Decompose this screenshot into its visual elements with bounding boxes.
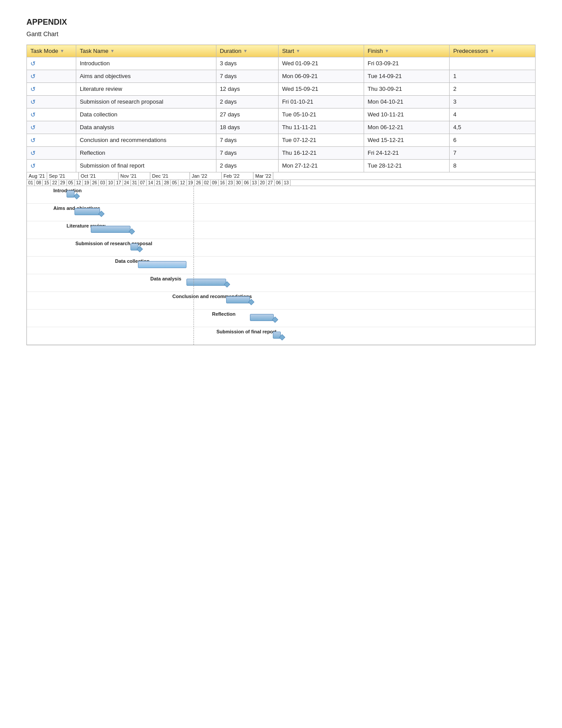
pred-cell: 4,5	[450, 121, 536, 134]
duration-cell: 7 days	[216, 147, 278, 160]
start-cell: Thu 16-12-21	[278, 147, 364, 160]
finish-cell: Tue 28-12-21	[364, 160, 450, 172]
gantt-bar-introduction	[67, 190, 74, 198]
task-mode-cell: ↺	[27, 83, 76, 96]
gantt-chart: Aug '21 Sep '21 Oct '21 Nov '21 Dec '21 …	[26, 172, 536, 345]
gantt-table: Task Mode ▼ Task Name ▼ Duration ▼ Start	[26, 45, 536, 172]
header-predecessors: Predecessors ▼	[450, 45, 536, 57]
task-mode-icon: ↺	[30, 73, 36, 80]
gantt-row-proposal: Submission of research proposal	[27, 239, 535, 257]
finish-cell: Mon 04-10-21	[364, 96, 450, 108]
header-task-name: Task Name ▼	[76, 45, 216, 57]
task-mode-cell: ↺	[27, 160, 76, 172]
task-name-cell: Literature review	[76, 83, 216, 96]
task-mode-cell: ↺	[27, 96, 76, 108]
gantt-row-finalreport: Submission of final report	[27, 327, 535, 345]
gantt-bar-datacol	[138, 261, 186, 268]
gantt-row-introduction: Introduction	[27, 186, 535, 204]
gantt-bar-dataana	[186, 279, 226, 286]
table-row: ↺Aims and objectives7 daysMon 06-09-21Tu…	[27, 70, 536, 83]
table-row: ↺Literature review12 daysWed 15-09-21Thu…	[27, 83, 536, 96]
dec-marker-line	[194, 186, 194, 345]
task-name-cell: Data analysis	[76, 121, 216, 134]
finish-cell: Mon 06-12-21	[364, 121, 450, 134]
task-mode-cell: ↺	[27, 121, 76, 134]
sort-icon-name[interactable]: ▼	[110, 49, 115, 53]
task-mode-icon: ↺	[30, 137, 36, 144]
task-mode-icon: ↺	[30, 86, 36, 93]
table-row: ↺Introduction3 daysWed 01-09-21Fri 03-09…	[27, 57, 536, 70]
pred-cell: 3	[450, 96, 536, 108]
header-task-mode: Task Mode ▼	[27, 45, 76, 57]
task-mode-icon: ↺	[30, 149, 36, 157]
gantt-bar-conclusion	[226, 296, 250, 303]
table-row: ↺Reflection7 daysThu 16-12-21Fri 24-12-2…	[27, 147, 536, 160]
start-cell: Tue 05-10-21	[278, 108, 364, 121]
gantt-row-reflection: Reflection	[27, 310, 535, 327]
timeline-weeks: 01 08 15 22 29 05 12 19 26 03 10 17 24 3…	[27, 180, 535, 186]
gantt-bar-aims	[74, 208, 100, 215]
task-mode-cell: ↺	[27, 134, 76, 147]
task-mode-cell: ↺	[27, 147, 76, 160]
page-subtitle: Gantt Chart	[26, 30, 536, 37]
task-mode-icon: ↺	[30, 98, 36, 105]
sort-icon-pred[interactable]: ▼	[490, 49, 495, 53]
sort-icon-start[interactable]: ▼	[296, 49, 300, 53]
table-row: ↺Data collection27 daysTue 05-10-21Wed 1…	[27, 108, 536, 121]
finish-cell: Wed 10-11-21	[364, 108, 450, 121]
pred-cell: 2	[450, 83, 536, 96]
gantt-row-dataana: Data analysis	[27, 274, 535, 292]
task-mode-cell: ↺	[27, 57, 76, 70]
task-name-cell: Submission of final report	[76, 160, 216, 172]
milestone-introduction	[74, 193, 80, 199]
task-mode-icon: ↺	[30, 111, 36, 118]
task-mode-icon: ↺	[30, 60, 36, 67]
task-mode-cell: ↺	[27, 108, 76, 121]
start-cell: Thu 11-11-21	[278, 121, 364, 134]
start-cell: Tue 07-12-21	[278, 134, 364, 147]
task-name-cell: Reflection	[76, 147, 216, 160]
start-cell: Mon 27-12-21	[278, 160, 364, 172]
bar-label-finalreport: Submission of final report	[216, 329, 276, 334]
gantt-bar-lit	[91, 226, 130, 233]
start-cell: Wed 01-09-21	[278, 57, 364, 70]
gantt-row-lit: Literature review	[27, 221, 535, 239]
duration-cell: 7 days	[216, 134, 278, 147]
start-cell: Wed 15-09-21	[278, 83, 364, 96]
gantt-row-aims: Aims and objectives	[27, 204, 535, 221]
gantt-row-conclusion: Conclusion and recommendations	[27, 292, 535, 310]
duration-cell: 12 days	[216, 83, 278, 96]
pred-cell: 8	[450, 160, 536, 172]
task-mode-icon: ↺	[30, 162, 36, 169]
sort-icon-mode[interactable]: ▼	[60, 49, 64, 53]
table-row: ↺Submission of final report2 daysMon 27-…	[27, 160, 536, 172]
header-start: Start ▼	[278, 45, 364, 57]
sort-icon-finish[interactable]: ▼	[385, 49, 389, 53]
sort-icon-duration[interactable]: ▼	[243, 49, 248, 53]
bar-label-proposal: Submission of research proposal	[75, 241, 152, 246]
finish-cell: Wed 15-12-21	[364, 134, 450, 147]
finish-cell: Tue 14-09-21	[364, 70, 450, 83]
duration-cell: 27 days	[216, 108, 278, 121]
page-title: APPENDIX	[26, 18, 536, 27]
timeline-months: Aug '21 Sep '21 Oct '21 Nov '21 Dec '21 …	[27, 172, 535, 180]
header-finish: Finish ▼	[364, 45, 450, 57]
start-cell: Fri 01-10-21	[278, 96, 364, 108]
finish-cell: Fri 24-12-21	[364, 147, 450, 160]
start-cell: Mon 06-09-21	[278, 70, 364, 83]
task-mode-cell: ↺	[27, 70, 76, 83]
task-name-cell: Introduction	[76, 57, 216, 70]
finish-cell: Fri 03-09-21	[364, 57, 450, 70]
duration-cell: 2 days	[216, 160, 278, 172]
finish-cell: Thu 30-09-21	[364, 83, 450, 96]
pred-cell: 4	[450, 108, 536, 121]
table-row: ↺Conclusion and recommendations7 daysTue…	[27, 134, 536, 147]
pred-cell: 7	[450, 147, 536, 160]
duration-cell: 3 days	[216, 57, 278, 70]
task-mode-icon: ↺	[30, 124, 36, 131]
task-name-cell: Submission of research proposal	[76, 96, 216, 108]
gantt-bars-area: Introduction Aims and objectives Literat…	[27, 186, 535, 345]
pred-cell: 1	[450, 70, 536, 83]
duration-cell: 18 days	[216, 121, 278, 134]
bar-label-dataana: Data analysis	[150, 276, 181, 281]
